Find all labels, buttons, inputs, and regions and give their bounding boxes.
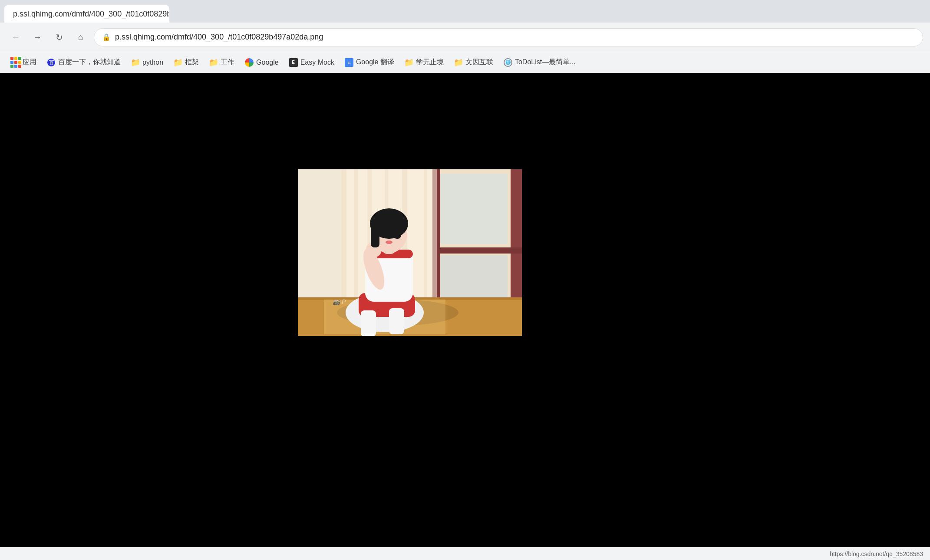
- lock-icon: 🔒: [102, 33, 111, 41]
- folder-icon: 📁: [209, 58, 218, 67]
- bookmark-google-label: Google: [256, 59, 279, 66]
- svg-text:G: G: [347, 61, 350, 65]
- bookmark-todolist-label: ToDoList—最简单...: [515, 58, 576, 67]
- forward-icon: →: [33, 32, 42, 42]
- easymock-icon: E: [289, 58, 298, 67]
- tab-bar: p.ssl.qhimg.com/dmfd/400_300_/t01c0f0829…: [0, 0, 930, 23]
- svg-rect-8: [432, 247, 522, 254]
- browser-frame: p.ssl.qhimg.com/dmfd/400_300_/t01c0f0829…: [0, 0, 930, 560]
- translate-icon: G: [345, 58, 353, 67]
- svg-text:百: 百: [49, 60, 54, 65]
- address-bar[interactable]: 🔒 p.ssl.qhimg.com/dmfd/400_300_/t01c0f08…: [94, 28, 923, 46]
- page-image: 📷 P: [298, 169, 522, 336]
- folder-icon: 📁: [454, 58, 463, 67]
- forward-button[interactable]: →: [29, 29, 46, 46]
- bookmark-framework[interactable]: 📁 框架: [169, 55, 203, 69]
- folder-icon: 📁: [131, 58, 140, 67]
- bookmark-wenyuan[interactable]: 📁 文因互联: [450, 55, 498, 69]
- svg-point-34: [390, 233, 396, 236]
- status-bar: https://blog.csdn.net/qq_35208583: [0, 547, 930, 560]
- bookmark-easymock-label: Easy Mock: [300, 59, 334, 66]
- svg-point-33: [382, 233, 388, 236]
- home-icon: ⌂: [78, 32, 83, 42]
- bookmark-apps-label: 应用: [23, 58, 36, 67]
- svg-rect-37: [389, 308, 404, 334]
- bookmark-learn[interactable]: 📁 学无止境: [400, 55, 448, 69]
- bookmark-easymock[interactable]: E Easy Mock: [285, 56, 339, 69]
- bookmark-wenyuan-label: 文因互联: [465, 58, 493, 67]
- folder-icon: 📁: [405, 58, 413, 67]
- bookmark-translate-label: Google 翻译: [356, 58, 394, 67]
- bookmark-learn-label: 学无止境: [416, 58, 444, 67]
- bookmark-translate[interactable]: G Google 翻译: [340, 55, 399, 69]
- refresh-button[interactable]: ↻: [50, 29, 68, 46]
- google-icon: [245, 58, 254, 67]
- svg-point-35: [386, 240, 392, 244]
- address-bar-row: ← → ↻ ⌂ 🔒 p.ssl.qhimg.com/dmfd/400_300_/…: [0, 23, 930, 52]
- bookmark-apps[interactable]: 应用: [7, 55, 41, 69]
- bookmark-python[interactable]: 📁 python: [127, 56, 168, 69]
- page-content: 📷 P: [0, 73, 930, 547]
- bookmark-work[interactable]: 📁 工作: [205, 55, 239, 69]
- back-icon: ←: [11, 32, 20, 42]
- apps-grid-icon: [11, 58, 20, 67]
- bookmark-todolist[interactable]: 🌐 ToDoList—最简单...: [499, 55, 580, 69]
- svg-rect-9: [440, 174, 508, 244]
- status-url: https://blog.csdn.net/qq_35208583: [830, 550, 923, 557]
- bookmark-framework-label: 框架: [185, 58, 199, 67]
- bookmark-python-label: python: [142, 59, 163, 66]
- svg-rect-36: [361, 310, 376, 336]
- bookmark-baidu-label: 百度一下，你就知道: [58, 58, 121, 67]
- address-text: p.ssl.qhimg.com/dmfd/400_300_/t01c0f0829…: [115, 33, 323, 42]
- bookmark-work-label: 工作: [221, 58, 234, 67]
- back-button[interactable]: ←: [7, 29, 24, 46]
- tab-title: p.ssl.qhimg.com/dmfd/400_300_/t01c0f0829…: [13, 10, 169, 19]
- refresh-icon: ↻: [56, 32, 63, 43]
- photo-svg: 📷 P: [298, 169, 522, 336]
- home-button[interactable]: ⌂: [72, 29, 89, 46]
- baidu-icon: 百: [47, 58, 56, 67]
- bookmark-google[interactable]: Google: [241, 56, 283, 69]
- svg-text:📷 P: 📷 P: [332, 298, 346, 306]
- bookmark-baidu[interactable]: 百 百度一下，你就知道: [43, 55, 125, 69]
- folder-icon: 📁: [174, 58, 182, 67]
- bookmarks-bar: 应用 百 百度一下，你就知道 📁 python 📁 框架 📁 工作: [0, 52, 930, 73]
- globe-icon: 🌐: [504, 58, 512, 67]
- active-tab[interactable]: p.ssl.qhimg.com/dmfd/400_300_/t01c0f0829…: [4, 5, 169, 23]
- svg-rect-31: [371, 221, 379, 247]
